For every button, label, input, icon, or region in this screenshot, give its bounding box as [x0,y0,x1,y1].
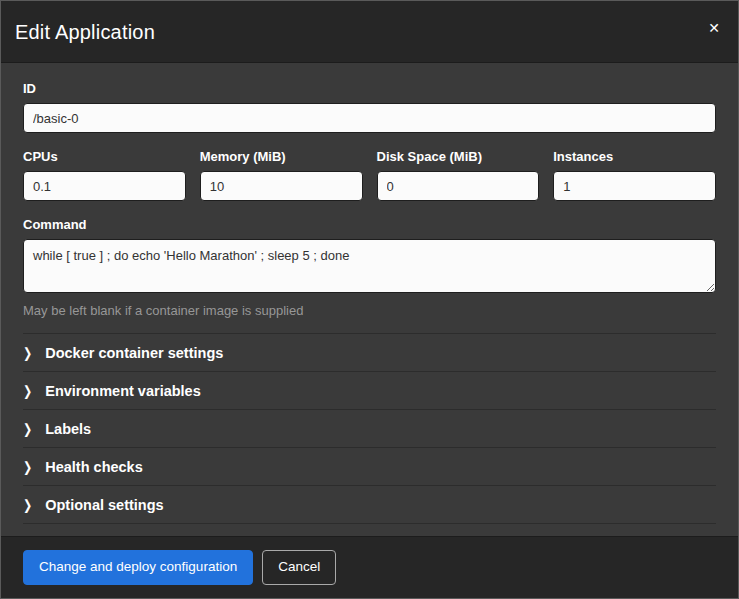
id-field-group: ID [23,81,716,133]
instances-field-group: Instances [553,149,716,201]
chevron-right-icon: ❯ [23,346,32,360]
modal-header: Edit Application ✕ [1,1,738,63]
resource-fields-row: CPUs Memory (MiB) Disk Space (MiB) Insta… [23,149,716,201]
close-icon[interactable]: ✕ [704,17,724,39]
section-optional-settings[interactable]: ❯ Optional settings [23,485,716,524]
chevron-right-icon: ❯ [23,422,32,436]
id-label: ID [23,81,716,96]
section-label: Optional settings [45,497,163,513]
edit-application-modal: Edit Application ✕ ID CPUs Memory (MiB) … [0,0,739,599]
cpus-label: CPUs [23,149,186,164]
memory-field-group: Memory (MiB) [200,149,363,201]
cpus-field-group: CPUs [23,149,186,201]
cancel-button[interactable]: Cancel [262,550,336,584]
section-label: Health checks [45,459,143,475]
instances-input[interactable] [553,171,716,201]
section-labels[interactable]: ❯ Labels [23,409,716,447]
accordion-sections: ❯ Docker container settings ❯ Environmen… [23,333,716,524]
command-label: Command [23,217,716,232]
cpus-input[interactable] [23,171,186,201]
section-label: Docker container settings [45,345,223,361]
disk-label: Disk Space (MiB) [377,149,540,164]
instances-label: Instances [553,149,716,164]
disk-field-group: Disk Space (MiB) [377,149,540,201]
section-health-checks[interactable]: ❯ Health checks [23,447,716,485]
memory-label: Memory (MiB) [200,149,363,164]
change-and-deploy-button[interactable]: Change and deploy configuration [23,550,253,584]
chevron-right-icon: ❯ [23,460,32,474]
id-input[interactable] [23,103,716,133]
modal-footer: Change and deploy configuration Cancel [1,536,738,598]
section-docker-container-settings[interactable]: ❯ Docker container settings [23,333,716,371]
memory-input[interactable] [200,171,363,201]
command-help-text: May be left blank if a container image i… [23,303,716,318]
section-label: Environment variables [45,383,201,399]
modal-title: Edit Application [15,21,714,44]
chevron-right-icon: ❯ [23,384,32,398]
disk-input[interactable] [377,171,540,201]
command-textarea[interactable]: while [ true ] ; do echo 'Hello Marathon… [23,239,716,293]
chevron-right-icon: ❯ [23,498,32,512]
section-label: Labels [45,421,91,437]
modal-body: ID CPUs Memory (MiB) Disk Space (MiB) In… [1,63,738,536]
command-field-group: Command while [ true ] ; do echo 'Hello … [23,217,716,318]
section-environment-variables[interactable]: ❯ Environment variables [23,371,716,409]
